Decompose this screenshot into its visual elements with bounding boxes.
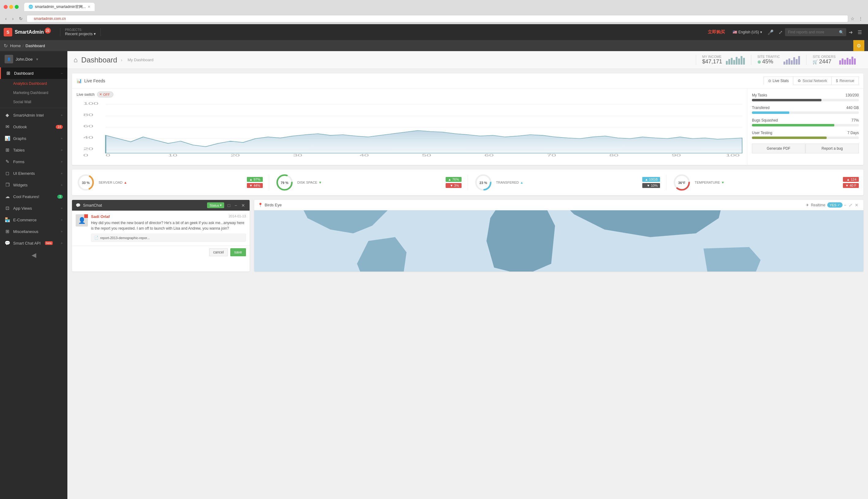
save-button[interactable]: save [230, 248, 246, 256]
sidebar-item-cool[interactable]: ☁ Cool Features! 3 [0, 191, 68, 202]
bar [842, 59, 844, 64]
server-load-badge-up: ▲ 97% [247, 177, 263, 182]
bar [791, 60, 793, 64]
sidebar-item-chatapi[interactable]: 💬 Smart Chat API beta + [0, 237, 68, 249]
misc-icon: ⊞ [4, 229, 10, 234]
map-expand-button[interactable]: ⤢ [847, 203, 854, 208]
chevron-down-icon: ▾ [94, 32, 96, 36]
minimize-dot[interactable] [9, 5, 13, 9]
bookmark-button[interactable]: ☆ [851, 16, 855, 21]
chat-header: 💬 SmartChat Status ▾ □ − ✕ [72, 200, 250, 211]
notification-badge[interactable]: 21 [45, 27, 51, 34]
sidebar-item-dashboard[interactable]: ⊞ Dashboard − [0, 68, 68, 79]
traffic-value: ⊕ 45% [757, 59, 780, 65]
gauges-row: 33 % SERVER LOAD ▲ ▲ 97% ▼ 44% [72, 170, 864, 195]
svg-text:20: 20 [231, 154, 240, 157]
generate-pdf-button[interactable]: Generate PDF [752, 144, 805, 154]
sidebar-item-social-wall[interactable]: Social Wall [0, 97, 68, 107]
browser-tab[interactable]: 🌐 smartadmin_smartadmin官网... ✕ [24, 3, 95, 11]
settings-button[interactable]: ⚙ [853, 40, 864, 51]
sidebar-item-label: Widgets [13, 183, 27, 187]
outlook-badge: 14 [56, 125, 63, 129]
back-button[interactable]: ‹ [4, 16, 8, 22]
report-bug-button[interactable]: Report a bug [806, 144, 859, 154]
content-area: ⌂ Dashboard › My Dashboard MY INCOME $47… [68, 51, 868, 499]
widget-header: 📊 Live Feeds ⊙ Live Stats ♻ Social Netwo… [72, 73, 864, 88]
testing-row: User Testing 7 Days [752, 131, 859, 139]
transferred-badges: ▲ 10GB ▼ 10% [642, 177, 660, 188]
circle-icon: ⊙ [768, 79, 771, 83]
sidebar-item-widgets[interactable]: ❒ Widgets + [0, 179, 68, 191]
sidebar-user[interactable]: 👤 John.Doe ▾ [0, 51, 68, 68]
collapse-icon: − [61, 71, 63, 75]
check-icon: ✓ [837, 203, 840, 207]
sidebar-item-ecommerce[interactable]: 🏪 E-Commerce + [0, 214, 68, 226]
tasks-header: My Tasks 130/200 [752, 93, 859, 97]
sidebar-item-outlook[interactable]: ✉ Outlook 14 [0, 121, 68, 133]
sidebar-item-analytics[interactable]: Analytics Dashboard [0, 79, 68, 88]
title-arrow: › [121, 58, 122, 62]
menu-button[interactable]: ⋮ [857, 16, 864, 22]
url-input[interactable] [27, 15, 848, 22]
sidebar-item-intel[interactable]: ◆ SmartAdmin Intel + [0, 109, 68, 121]
bar [798, 56, 800, 64]
realtime-yes-button[interactable]: YES ✓ [827, 202, 843, 208]
refresh-nav-button[interactable]: ↻ [4, 43, 8, 49]
tab-live-stats[interactable]: ⊙ Live Stats [763, 76, 793, 85]
sidebar-item-marketing[interactable]: Marketing Dashboard [0, 88, 68, 97]
forward-button[interactable]: › [11, 16, 15, 22]
tab-social-network[interactable]: ♻ Social Network [793, 76, 831, 85]
username-label[interactable]: John.Doe [16, 57, 33, 62]
projects-dropdown[interactable]: Recent projects ▾ [65, 32, 96, 36]
live-switch-toggle[interactable]: ✕ OFF [97, 92, 113, 97]
sidebar-item-graphs[interactable]: 📊 Graphs + [0, 133, 68, 144]
search-input[interactable] [785, 28, 846, 36]
sidebar-item-label: Graphs [13, 136, 26, 141]
message-content: Sadi Orlaf 2014-01-13 Hey did you meet t… [91, 214, 246, 242]
microphone-icon[interactable]: 🎤 [765, 29, 776, 35]
orders-value: 🛒 2447 [812, 59, 835, 65]
chat-time: 2014-01-13 [229, 214, 246, 219]
chat-minimize-button[interactable]: − [234, 203, 238, 208]
sidebar-item-misc[interactable]: ⊞ Miscellaneous + [0, 226, 68, 237]
bar [726, 61, 728, 64]
maximize-dot[interactable] [15, 5, 19, 9]
sidebar-item-ui-elements[interactable]: ◻ UI Elements + [0, 168, 68, 179]
fullscreen-icon[interactable]: ⤢ [776, 29, 785, 35]
disk-label-group: DISK SPACE ▼ [298, 181, 322, 184]
bar [844, 60, 846, 64]
outlook-icon: ✉ [4, 124, 10, 130]
traffic-info: SITE TRAFFIC ⊕ 45% [757, 55, 780, 65]
close-dot[interactable] [4, 5, 8, 9]
sidebar-item-appviews[interactable]: ⊡ App Views + [0, 202, 68, 214]
refresh-button[interactable]: ↻ [17, 16, 24, 22]
sidebar-item-tables[interactable]: ⊞ Tables + [0, 144, 68, 156]
flag-icon: 🇺🇸 [733, 30, 737, 34]
tab-close[interactable]: ✕ [88, 5, 91, 9]
sidebar-item-label: SmartAdmin Intel [13, 113, 44, 118]
income-chart [726, 56, 745, 64]
widget-body: Live switch ✕ OFF [72, 88, 864, 165]
bar [849, 59, 851, 64]
home-icon: ⌂ [73, 56, 77, 64]
chat-square-button[interactable]: □ [227, 203, 231, 208]
server-load-badge-down: ▼ 44% [247, 183, 263, 188]
tab-revenue[interactable]: $ Revenue [831, 76, 859, 85]
sidebar-item-forms[interactable]: ✎ Forms + [0, 156, 68, 168]
chat-status-button[interactable]: Status ▾ [207, 202, 224, 208]
url-wrapper: ⚠ [27, 15, 848, 22]
chat-close-button[interactable]: ✕ [240, 203, 246, 208]
history-icon[interactable]: ➜ [846, 29, 855, 35]
breadcrumb-home[interactable]: Home [10, 44, 21, 48]
expand-icon: + [61, 230, 63, 233]
map-close-button[interactable]: ✕ [854, 203, 860, 208]
gauge-svg-temp: 36°F [673, 173, 691, 192]
language-selector[interactable]: 🇺🇸 English (US) ▾ [730, 30, 765, 34]
map-zoom-out-button[interactable]: − [843, 203, 847, 208]
hamburger-icon[interactable]: ☰ [855, 29, 864, 35]
buy-button[interactable]: 立即购买 [703, 29, 730, 35]
sidebar-item-label: Cool Features! [13, 194, 39, 199]
projects-label: PROJECTS: [65, 28, 96, 32]
cancel-button[interactable]: cancel [209, 248, 228, 256]
sidebar-collapse-button[interactable]: ◀ [32, 251, 36, 259]
